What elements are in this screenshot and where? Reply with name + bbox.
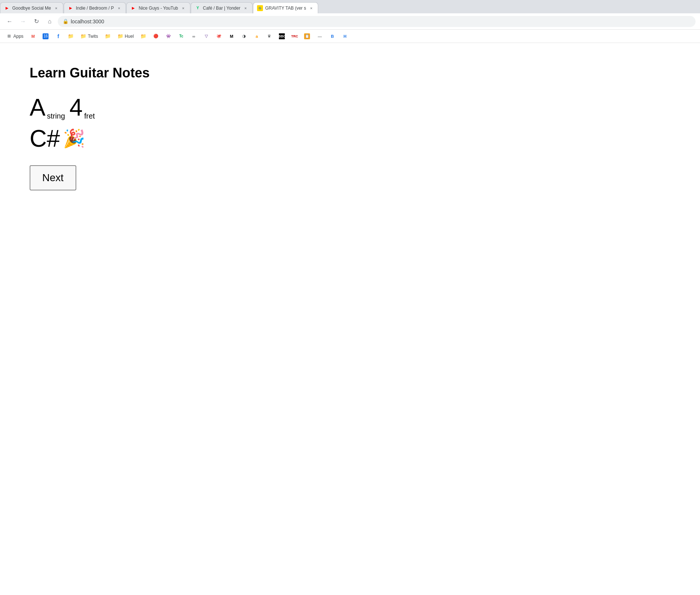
huel-label: Huel: [125, 34, 134, 39]
half-circle-icon: ◑: [241, 33, 247, 39]
gmail-bookmark[interactable]: M: [27, 32, 39, 41]
bookmark-infinity[interactable]: ∞: [188, 32, 200, 41]
tab-1[interactable]: ▶ Goodbye Social Me ×: [0, 2, 63, 13]
string-fret-line: Astring 4fret: [30, 96, 670, 119]
folder1-bookmark[interactable]: 📁: [65, 32, 77, 40]
reddit-bookmark[interactable]: 👾: [163, 32, 174, 41]
last-favicon: H: [342, 33, 348, 39]
infinity-icon: ∞: [191, 33, 197, 39]
celebration-emoji: 🎉: [63, 128, 85, 149]
page-content: Learn Guitar Notes Astring 4fret C# 🎉 Ne…: [0, 43, 700, 595]
back-button[interactable]: ←: [4, 16, 15, 27]
string-letter: A: [30, 96, 46, 119]
techcrunch-favicon: Tc: [178, 33, 184, 39]
apps-grid-icon: ⊞: [6, 33, 12, 39]
string-subscript: string: [47, 112, 65, 120]
techcrunch-bookmark[interactable]: Tc: [175, 32, 187, 41]
github-bookmark[interactable]: 🐙: [213, 32, 225, 41]
github-favicon: 🐙: [216, 33, 222, 39]
tab-4-favicon: Y: [195, 5, 201, 11]
amazon-bookmark[interactable]: a: [251, 32, 263, 41]
folder2-bookmark[interactable]: 📁: [102, 32, 114, 40]
bbc-favicon: BBC: [279, 33, 285, 39]
tab-1-favicon: ▶: [4, 5, 10, 11]
tab-5-favicon: G: [257, 5, 263, 11]
calendar-favicon: 16: [43, 33, 49, 39]
tab-1-title: Goodbye Social Me: [12, 6, 51, 11]
dash-bookmark[interactable]: —: [314, 32, 326, 41]
translate-bookmark[interactable]: B: [326, 32, 338, 41]
folder3-icon: 📁: [140, 33, 146, 39]
huel-bookmark[interactable]: 📁 Huel: [114, 32, 137, 40]
apps-bookmark[interactable]: ⊞ Apps: [3, 32, 26, 41]
amazon-favicon: a: [254, 33, 260, 39]
bookmark-red-circle[interactable]: 🔴: [150, 32, 162, 41]
dash-icon: —: [317, 33, 323, 39]
gmail-favicon: M: [30, 33, 36, 39]
forward-button[interactable]: →: [18, 16, 28, 27]
browser-chrome: ▶ Goodbye Social Me × ▶ Indie / Bedroom …: [0, 0, 700, 43]
bookmarks-bar: ⊞ Apps M 16 f 📁 📁 Twits 📁 📁 Huel 📁: [0, 30, 700, 43]
facebook-favicon: f: [55, 33, 61, 39]
page-title: Learn Guitar Notes: [30, 65, 670, 81]
tab-2-favicon: ▶: [68, 5, 74, 11]
tab-3[interactable]: ▶ Nice Guys - YouTub ×: [126, 2, 190, 13]
calendar-bookmark[interactable]: 16: [40, 32, 51, 41]
tab-2-close[interactable]: ×: [116, 5, 122, 11]
tab-4-close[interactable]: ×: [243, 5, 249, 11]
medium-bookmark[interactable]: M: [226, 32, 237, 41]
reddit-favicon: 👾: [166, 33, 171, 39]
twits-folder-icon: 📁: [80, 33, 86, 39]
twits-label: Twits: [88, 34, 98, 39]
note-name-line: C# 🎉: [30, 127, 670, 150]
nav-bar: ← → ↻ ⌂ 🔒 localhost:3000: [0, 13, 700, 30]
folder2-icon: 📁: [105, 33, 111, 39]
twits-bookmark[interactable]: 📁 Twits: [77, 32, 101, 40]
tab-2-title: Indie / Bedroom / P: [76, 6, 114, 11]
vimeo-bookmark[interactable]: ▽: [200, 32, 212, 41]
lock-icon: 🔒: [63, 19, 69, 24]
translate-favicon: B: [329, 33, 335, 39]
next-button[interactable]: Next: [30, 165, 76, 190]
note-display: Astring 4fret C# 🎉: [30, 96, 670, 150]
folder1-icon: 📁: [68, 33, 74, 39]
red-circle-icon: 🔴: [153, 33, 159, 39]
home-button[interactable]: ⌂: [44, 16, 55, 27]
crown-bookmark[interactable]: ♛: [263, 32, 275, 41]
facebook-bookmark[interactable]: f: [52, 32, 64, 41]
vimeo-favicon: ▽: [203, 33, 209, 39]
note-name: C#: [30, 127, 60, 150]
notes-favicon: 📋: [304, 33, 310, 39]
fret-subscript: fret: [84, 112, 95, 120]
trc-bookmark[interactable]: TRC: [289, 32, 300, 41]
tab-4-title: Café / Bar | Yonder: [203, 6, 240, 11]
tab-bar: ▶ Goodbye Social Me × ▶ Indie / Bedroom …: [0, 0, 700, 13]
bookmark-half-circle[interactable]: ◑: [238, 32, 250, 41]
huel-folder-icon: 📁: [117, 33, 123, 39]
tab-4[interactable]: Y Café / Bar | Yonder ×: [191, 2, 253, 13]
reload-button[interactable]: ↻: [31, 16, 41, 27]
medium-favicon: M: [229, 33, 234, 39]
apps-label: Apps: [13, 34, 23, 39]
notes-bookmark[interactable]: 📋: [301, 32, 313, 41]
trc-favicon: TRC: [291, 33, 297, 39]
url-display: localhost:3000: [71, 19, 104, 24]
tab-3-title: Nice Guys - YouTub: [139, 6, 178, 11]
tab-5-close[interactable]: ×: [308, 5, 314, 11]
fret-number: 4: [70, 96, 83, 119]
last-bookmark[interactable]: H: [339, 32, 351, 41]
crown-icon: ♛: [266, 33, 272, 39]
tab-5-title: GRAVITY TAB (ver s: [265, 6, 306, 11]
tab-2[interactable]: ▶ Indie / Bedroom / P ×: [64, 2, 126, 13]
tab-3-favicon: ▶: [130, 5, 136, 11]
address-bar[interactable]: 🔒 localhost:3000: [58, 16, 696, 27]
tab-5[interactable]: G GRAVITY TAB (ver s ×: [253, 2, 318, 13]
tab-1-close[interactable]: ×: [53, 5, 59, 11]
folder3-bookmark[interactable]: 📁: [137, 32, 149, 40]
tab-3-close[interactable]: ×: [180, 5, 186, 11]
bbc-bookmark[interactable]: BBC: [276, 32, 288, 41]
